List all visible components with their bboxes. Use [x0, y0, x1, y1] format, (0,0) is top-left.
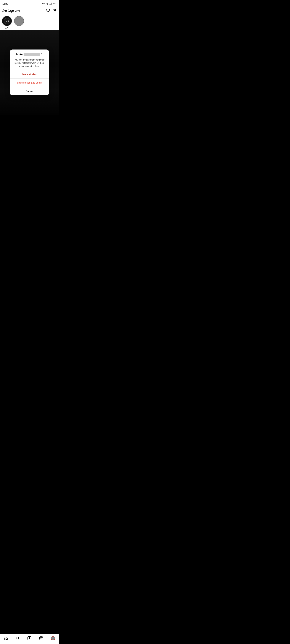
svg-rect-1 — [50, 4, 51, 5]
story-name: اکبیر — [6, 27, 9, 29]
feed-area: Mute ? You can unmute them from their pr… — [0, 30, 59, 115]
wifi-icon — [46, 3, 49, 4]
svg-rect-3 — [51, 2, 52, 5]
heart-icon[interactable] — [46, 8, 50, 12]
send-icon[interactable] — [53, 8, 57, 12]
instagram-logo: Instagram — [3, 8, 20, 13]
signal-icon — [50, 2, 52, 5]
status-bar: 11:40 ⌨ 86% — [0, 0, 59, 7]
mute-stories-label: Mute stories — [22, 73, 37, 76]
mute-stories-posts-button[interactable]: Mute stories and posts — [10, 79, 49, 87]
cancel-button[interactable]: Cancel — [10, 87, 49, 96]
modal-overlay: Mute ? You can unmute them from their pr… — [0, 30, 59, 115]
svg-rect-0 — [50, 4, 50, 5]
keyboard-icon: ⌨ — [42, 2, 45, 5]
story-avatar-2[interactable] — [14, 16, 24, 26]
dark-area — [0, 115, 59, 139]
modal-title-prefix: Mute — [16, 53, 23, 56]
modal-username-redacted — [24, 53, 40, 56]
svg-text:اکبیر: اکبیر — [5, 20, 9, 22]
stories-row: اکبیر اکبیر — [0, 14, 59, 30]
story-item-2[interactable] — [14, 16, 24, 29]
status-icons: ⌨ 86% — [42, 2, 57, 5]
story-item[interactable]: اکبیر اکبیر — [2, 16, 12, 29]
header-icons — [46, 8, 57, 12]
mute-stories-button[interactable]: Mute stories — [10, 70, 49, 79]
cancel-label: Cancel — [26, 90, 33, 92]
story-avatar[interactable]: اکبیر — [2, 16, 12, 26]
modal-title: Mute ? — [13, 53, 46, 56]
status-time: 11:40 — [3, 2, 8, 5]
modal-title-suffix: ? — [41, 53, 43, 56]
modal-header: Mute ? You can unmute them from their pr… — [10, 50, 49, 70]
battery-label: 86% — [53, 2, 57, 5]
modal-description: You can unmute them from their profile. … — [13, 58, 46, 68]
mute-stories-posts-label: Mute stories and posts — [17, 82, 42, 84]
ig-header: Instagram — [0, 7, 59, 14]
svg-rect-2 — [51, 3, 51, 5]
mute-modal: Mute ? You can unmute them from their pr… — [10, 50, 49, 96]
